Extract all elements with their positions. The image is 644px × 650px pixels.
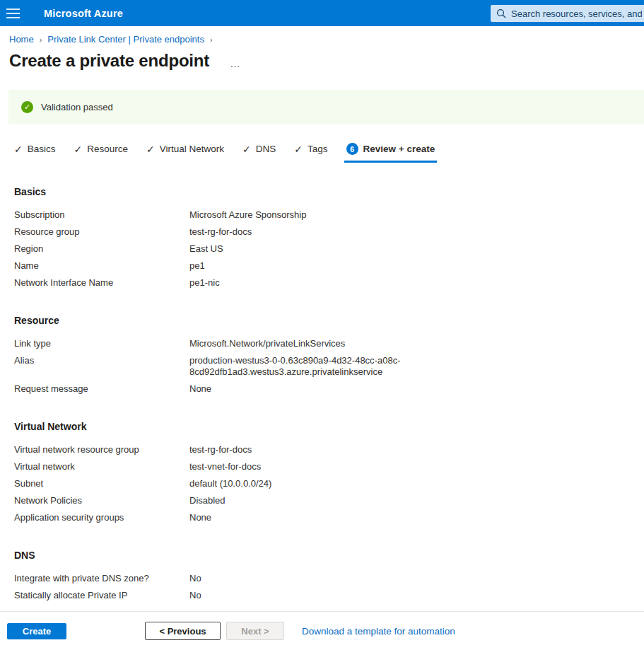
- row-label: Virtual network resource group: [14, 444, 189, 455]
- summary-row: Resource group test-rg-for-docs: [14, 226, 644, 238]
- next-button[interactable]: Next >: [226, 622, 284, 640]
- validation-banner: ✓ Validation passed: [8, 90, 644, 124]
- step-number-badge: 6: [346, 143, 358, 155]
- row-value: None: [189, 383, 211, 395]
- row-value: No: [189, 573, 201, 584]
- row-value: production-westus3-0-0.63c890a9-4d32-48c…: [189, 355, 405, 378]
- tab-label: Review + create: [363, 144, 435, 154]
- previous-button[interactable]: < Previous: [145, 622, 221, 640]
- summary-row: Statically allocate Private IP No: [14, 590, 644, 601]
- row-value: pe1: [189, 260, 205, 272]
- checkmark-icon: ✓: [14, 144, 23, 155]
- row-value: East US: [189, 243, 223, 255]
- row-value: default (10.0.0.0/24): [189, 478, 271, 489]
- tab-resource[interactable]: ✓ Resource: [74, 143, 129, 163]
- success-check-icon: ✓: [21, 101, 33, 113]
- row-label: Network Policies: [14, 495, 189, 506]
- checkmark-icon: ✓: [294, 144, 303, 155]
- breadcrumb: Home › Private Link Center | Private end…: [9, 34, 644, 45]
- summary-row: Region East US: [14, 243, 644, 255]
- section-heading: DNS: [14, 550, 644, 561]
- search-input[interactable]: [511, 8, 642, 19]
- create-button[interactable]: Create: [7, 623, 66, 639]
- row-label: Network Interface Name: [14, 277, 189, 289]
- tab-tags[interactable]: ✓ Tags: [294, 143, 327, 163]
- section-virtual-network: Virtual Network Virtual network resource…: [14, 421, 644, 523]
- breadcrumb-private-link-center[interactable]: Private Link Center | Private endpoints: [47, 34, 204, 45]
- tab-virtual-network[interactable]: ✓ Virtual Network: [146, 143, 224, 163]
- more-options-icon[interactable]: …: [230, 54, 241, 69]
- tab-basics[interactable]: ✓ Basics: [14, 143, 56, 163]
- row-value: test-vnet-for-docs: [189, 461, 261, 472]
- row-label: Integrate with private DNS zone?: [14, 573, 189, 584]
- summary-row: Alias production-westus3-0-0.63c890a9-4d…: [14, 355, 644, 378]
- top-bar: Microsoft Azure: [0, 0, 644, 26]
- chevron-right-icon: ›: [210, 35, 213, 44]
- tab-label: Virtual Network: [160, 144, 224, 154]
- row-label: Application security groups: [14, 512, 189, 523]
- row-value: test-rg-for-docs: [189, 226, 252, 238]
- section-heading: Resource: [14, 315, 644, 326]
- row-value: pe1-nic: [189, 277, 220, 289]
- section-heading: Virtual Network: [14, 421, 644, 432]
- section-dns: DNS Integrate with private DNS zone? No …: [14, 550, 644, 601]
- search-icon: [496, 8, 506, 18]
- summary-row: Link type Microsoft.Network/privateLinkS…: [14, 338, 644, 349]
- global-search[interactable]: [491, 5, 644, 22]
- summary-row: Network Policies Disabled: [14, 495, 644, 506]
- checkmark-icon: ✓: [242, 144, 251, 155]
- row-label: Link type: [14, 338, 189, 349]
- row-label: Request message: [14, 383, 189, 395]
- summary-row: Integrate with private DNS zone? No: [14, 573, 644, 584]
- row-label: Region: [14, 243, 189, 255]
- tab-label: Resource: [87, 144, 128, 154]
- row-label: Resource group: [14, 226, 189, 238]
- row-label: Subscription: [14, 209, 189, 221]
- row-label: Name: [14, 260, 189, 272]
- hamburger-menu-icon[interactable]: [6, 0, 29, 26]
- wizard-tabs: ✓ Basics ✓ Resource ✓ Virtual Network ✓ …: [14, 143, 644, 163]
- tab-label: DNS: [256, 144, 276, 154]
- page-title: Create a private endpoint: [9, 51, 209, 71]
- tab-review-create[interactable]: 6 Review + create: [346, 143, 435, 163]
- review-summary: Basics Subscription Microsoft Azure Spon…: [0, 186, 644, 601]
- summary-row: Network Interface Name pe1-nic: [14, 277, 644, 289]
- row-label: Statically allocate Private IP: [14, 590, 189, 601]
- row-value: None: [189, 512, 211, 523]
- section-basics: Basics Subscription Microsoft Azure Spon…: [14, 186, 644, 289]
- tab-label: Basics: [28, 144, 56, 154]
- row-label: Alias: [14, 355, 189, 378]
- row-value: Disabled: [189, 495, 226, 506]
- breadcrumb-home[interactable]: Home: [9, 34, 34, 45]
- summary-row: Subnet default (10.0.0.0/24): [14, 478, 644, 489]
- summary-row: Name pe1: [14, 260, 644, 272]
- checkmark-icon: ✓: [74, 144, 83, 155]
- checkmark-icon: ✓: [146, 144, 155, 155]
- row-value: No: [189, 590, 201, 601]
- row-value: test-rg-for-docs: [189, 444, 252, 455]
- download-template-link[interactable]: Download a template for automation: [302, 626, 455, 637]
- row-value: Microsoft Azure Sponsorship: [189, 209, 306, 221]
- row-label: Subnet: [14, 478, 189, 489]
- section-heading: Basics: [14, 186, 644, 197]
- section-resource: Resource Link type Microsoft.Network/pri…: [14, 315, 644, 395]
- validation-message: Validation passed: [41, 102, 113, 112]
- summary-row: Subscription Microsoft Azure Sponsorship: [14, 209, 644, 221]
- row-value: Microsoft.Network/privateLinkServices: [189, 338, 345, 349]
- summary-row: Virtual network resource group test-rg-f…: [14, 444, 644, 455]
- tab-dns[interactable]: ✓ DNS: [242, 143, 276, 163]
- row-label: Virtual network: [14, 461, 189, 472]
- summary-row: Request message None: [14, 383, 644, 395]
- tab-label: Tags: [308, 144, 328, 154]
- summary-row: Application security groups None: [14, 512, 644, 523]
- chevron-right-icon: ›: [40, 35, 42, 44]
- wizard-footer: Create < Previous Next > Download a temp…: [0, 611, 644, 650]
- app-title[interactable]: Microsoft Azure: [44, 8, 123, 19]
- summary-row: Virtual network test-vnet-for-docs: [14, 461, 644, 472]
